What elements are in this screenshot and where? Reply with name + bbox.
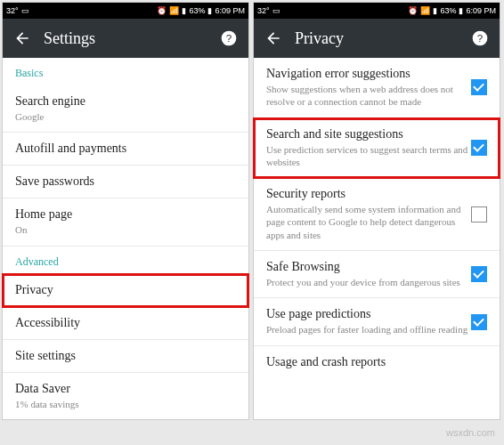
alarm-icon: ⏰ — [157, 6, 167, 15]
row-page-predictions[interactable]: Use page predictionsPreload pages for fa… — [254, 298, 500, 345]
checkbox-security-reports[interactable] — [471, 206, 487, 222]
watermark: wsxdn.com — [446, 427, 495, 438]
row-autofill[interactable]: Autofill and payments — [3, 133, 248, 166]
clock: 6:09 PM — [466, 6, 496, 15]
help-icon[interactable]: ? — [220, 29, 238, 47]
back-icon[interactable] — [264, 29, 282, 47]
battery-pct: 63% — [189, 6, 205, 15]
settings-screen: 32° ▭ ⏰ 📶 ▮ 63% ▮ 6:09 PM Settings ? Bas… — [2, 2, 249, 420]
app-bar: Settings ? — [3, 19, 248, 58]
checkbox-page-predictions[interactable] — [471, 314, 487, 330]
row-search-site-suggestions[interactable]: Search and site suggestionsUse predictio… — [254, 118, 500, 179]
row-safe-browsing[interactable]: Safe BrowsingProtect you and your device… — [254, 251, 500, 298]
wifi-icon: 📶 — [420, 6, 430, 15]
signal-icon: ▮ — [433, 6, 437, 15]
page-title: Settings — [44, 29, 220, 48]
row-accessibility[interactable]: Accessibility — [3, 307, 248, 340]
row-search-engine[interactable]: Search engineGoogle — [3, 85, 248, 133]
signal-icon: ▮ — [182, 6, 186, 15]
row-nav-error[interactable]: Navigation error suggestionsShow suggest… — [254, 58, 500, 118]
row-save-passwords[interactable]: Save passwords — [3, 166, 248, 198]
back-icon[interactable] — [13, 29, 31, 47]
svg-text:?: ? — [226, 32, 232, 44]
wifi-icon: 📶 — [169, 6, 179, 15]
row-data-saver[interactable]: Data Saver1% data savings — [3, 373, 248, 419]
row-privacy[interactable]: Privacy — [3, 274, 248, 307]
row-site-settings[interactable]: Site settings — [3, 340, 248, 373]
checkbox-safe-browsing[interactable] — [471, 266, 487, 282]
section-advanced: Advanced — [3, 247, 248, 274]
temp: 32° — [257, 6, 270, 15]
battery-icon: ▮ — [459, 6, 463, 15]
status-bar: 32° ▭ ⏰ 📶 ▮ 63% ▮ 6:09 PM — [254, 3, 500, 19]
page-title: Privacy — [295, 29, 471, 48]
battery-pct: 63% — [440, 6, 456, 15]
checkbox-nav-error[interactable] — [471, 79, 487, 95]
status-bar: 32° ▭ ⏰ 📶 ▮ 63% ▮ 6:09 PM — [3, 3, 248, 19]
help-icon[interactable]: ? — [471, 29, 489, 47]
checkbox-search-site[interactable] — [471, 140, 487, 156]
svg-text:?: ? — [477, 32, 484, 44]
temp: 32° — [6, 6, 19, 15]
row-usage-crash[interactable]: Usage and crash reports — [254, 346, 500, 378]
section-basics: Basics — [3, 58, 248, 85]
row-security-reports[interactable]: Security reportsAutomatically send some … — [254, 178, 500, 251]
privacy-screen: 32° ▭ ⏰ 📶 ▮ 63% ▮ 6:09 PM Privacy ? — [253, 2, 500, 420]
battery-icon: ▮ — [207, 6, 212, 15]
clock: 6:09 PM — [215, 6, 245, 15]
row-home-page[interactable]: Home pageOn — [3, 198, 248, 246]
notif-icon: ▭ — [21, 6, 29, 15]
notif-icon: ▭ — [272, 6, 280, 15]
app-bar: Privacy ? — [254, 19, 500, 58]
alarm-icon: ⏰ — [408, 6, 418, 15]
